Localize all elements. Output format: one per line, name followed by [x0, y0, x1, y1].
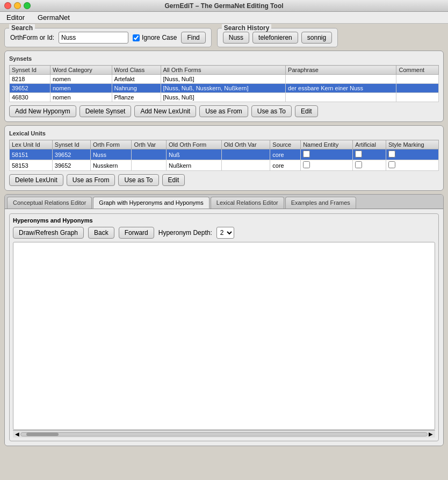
cell-paraphrase: der essbare Kern einer Nuss [286, 84, 396, 93]
cell-syn-id: 39652 [52, 160, 90, 171]
table-row[interactable]: 39652 nomen Nahrung [Nuss, Nuß, Nusskern… [10, 84, 439, 93]
cell-named-entity [301, 160, 353, 171]
cell-forms: [Nuss, Nuß] [161, 75, 286, 84]
hyperonyms-label: Hyperonyms and Hyponyms [13, 217, 435, 224]
table-row[interactable]: 58153 39652 Nusskern Nußkern core [10, 160, 439, 171]
menu-bar: Editor GermaNet [0, 12, 448, 24]
ignore-case-checkbox[interactable] [133, 34, 140, 41]
tab-conceptual[interactable]: Conceptual Relations Editor [7, 197, 92, 209]
maximize-button[interactable] [24, 2, 31, 9]
cell-class: Pflanze [112, 93, 161, 102]
col-old-orth-var: Old Orth Var [221, 140, 270, 149]
cell-comment [396, 93, 439, 102]
close-button[interactable] [4, 2, 11, 9]
scrollbar[interactable]: ◀ ▶ [13, 430, 435, 438]
col-orth-forms: All Orth Forms [161, 66, 286, 75]
lexunits-title: Lexical Units [9, 130, 439, 137]
minimize-button[interactable] [14, 2, 21, 9]
lexunit-use-as-to-button[interactable]: Use as To [118, 174, 158, 186]
tabs-section: Conceptual Relations Editor Graph with H… [4, 194, 444, 446]
tab-graph[interactable]: Graph with Hyperonyms and Hyponyms [93, 197, 209, 209]
menu-germanet[interactable]: GermaNet [35, 13, 72, 22]
graph-area: 39035EsswarenNahrungNahrungsmittelLebens… [13, 242, 435, 430]
depth-select[interactable]: 1 2 3 4 [216, 227, 234, 239]
cell-synset-id: 8218 [10, 75, 50, 84]
back-button[interactable]: Back [88, 227, 114, 239]
draw-refresh-button[interactable]: Draw/Refresh Graph [13, 227, 84, 239]
cell-category: nomen [50, 84, 112, 93]
cell-category: nomen [50, 75, 112, 84]
menu-editor[interactable]: Editor [4, 13, 27, 22]
lexunits-buttons: Delete LexUnit Use as From Use as To Edi… [9, 174, 439, 186]
search-row: OrthForm or Id: Ignore Case Find [10, 32, 206, 44]
scrollbar-track[interactable] [20, 432, 428, 436]
lexunits-table: Lex Unit Id Synset Id Orth Form Orth Var… [9, 140, 439, 171]
synsets-buttons: Add New Hyponym Delete Synset Add New Le… [9, 105, 439, 117]
tab-lexical[interactable]: Lexical Relations Editor [211, 197, 284, 209]
cell-orth-form: Nuss [90, 149, 132, 160]
cell-lex-id: 58151 [10, 149, 53, 160]
scroll-right-arrow[interactable]: ▶ [428, 431, 434, 437]
forward-button[interactable]: Forward [119, 227, 154, 239]
delete-synset-button[interactable]: Delete Synset [80, 105, 132, 117]
history-telefonieren[interactable]: telefonieren [252, 32, 298, 44]
scrollbar-thumb[interactable] [26, 433, 59, 436]
col-lex-id: Lex Unit Id [10, 140, 53, 149]
find-button[interactable]: Find [181, 32, 205, 44]
col-word-class: Word Class [112, 66, 161, 75]
synset-edit-button[interactable]: Edit [295, 105, 318, 117]
cell-paraphrase [286, 75, 396, 84]
history-nuss[interactable]: Nuss [223, 32, 249, 44]
cell-source: core [270, 149, 301, 160]
cell-synset-id: 39652 [10, 84, 50, 93]
table-row[interactable]: 46830 nomen Pflanze [Nuss, Nuß] [10, 93, 439, 102]
table-row[interactable]: 8218 nomen Artefakt [Nuss, Nuß] [10, 75, 439, 84]
add-lexunit-button[interactable]: Add New LexUnit [134, 105, 196, 117]
col-paraphrase: Paraphrase [286, 66, 396, 75]
col-old-orth-form: Old Orth Form [166, 140, 221, 149]
main-content: Search OrthForm or Id: Ignore Case Find … [0, 24, 448, 450]
window-controls[interactable] [4, 2, 31, 9]
cell-paraphrase [286, 93, 396, 102]
col-syn-id: Synset Id [52, 140, 90, 149]
cell-comment [396, 75, 439, 84]
lexunit-edit-button[interactable]: Edit [162, 174, 185, 186]
synset-use-as-from-button[interactable]: Use as From [199, 105, 248, 117]
history-sonnig[interactable]: sonnig [301, 32, 332, 44]
search-input[interactable] [59, 32, 128, 44]
cell-category: nomen [50, 93, 112, 102]
cell-lex-id: 58153 [10, 160, 53, 171]
cell-artificial [353, 160, 386, 171]
top-row: Search OrthForm or Id: Ignore Case Find … [4, 28, 444, 47]
search-group-label: Search [9, 24, 35, 32]
graph-panel: Hyperonyms and Hyponyms Draw/Refresh Gra… [5, 209, 443, 446]
lexunits-panel: Lexical Units Lex Unit Id Synset Id Orth… [4, 125, 444, 191]
cell-old-orth-var [221, 160, 270, 171]
tabs-row: Conceptual Relations Editor Graph with H… [5, 195, 443, 209]
ignore-case-row: Ignore Case [133, 34, 177, 41]
col-artificial: Artificial [353, 140, 386, 149]
col-style-marking: Style Marking [386, 140, 438, 149]
cell-orth-var [132, 160, 166, 171]
hypernym-controls: Draw/Refresh Graph Back Forward Hyperony… [13, 227, 435, 239]
synset-use-as-to-button[interactable]: Use as To [251, 105, 292, 117]
cell-comment [396, 84, 439, 93]
synsets-panel: Synsets Synset Id Word Category Word Cla… [4, 51, 444, 122]
lexunit-use-as-from-button[interactable]: Use as From [67, 174, 115, 186]
col-comment: Comment [396, 66, 439, 75]
delete-lexunit-button[interactable]: Delete LexUnit [9, 174, 63, 186]
table-row[interactable]: 58151 39652 Nuss Nuß core [10, 149, 439, 160]
depth-label: Hyperonym Depth: [158, 229, 212, 237]
cell-artificial [353, 149, 386, 160]
add-hyponym-button[interactable]: Add New Hyponym [9, 105, 76, 117]
search-panel: Search OrthForm or Id: Ignore Case Find [4, 28, 212, 47]
hyperonyms-section: Hyperonyms and Hyponyms Draw/Refresh Gra… [9, 213, 439, 441]
history-panel: Search History Nuss telefonieren sonnig [217, 28, 338, 47]
tab-examples[interactable]: Examples and Frames [285, 197, 356, 209]
scroll-left-arrow[interactable]: ◀ [14, 431, 20, 437]
col-word-category: Word Category [50, 66, 112, 75]
ignore-case-label: Ignore Case [142, 34, 177, 41]
cell-synset-id: 46830 [10, 93, 50, 102]
cell-style-marking [386, 149, 438, 160]
cell-old-orth-var [221, 149, 270, 160]
